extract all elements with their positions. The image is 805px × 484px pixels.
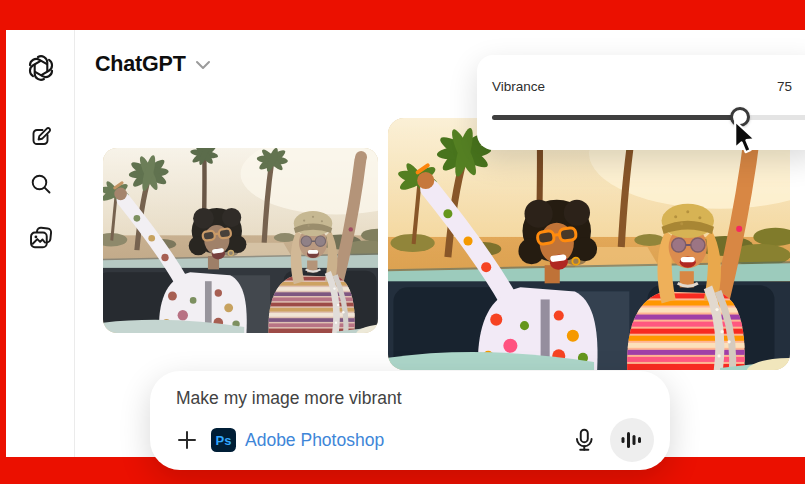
composer-toolbar: Ps Adobe Photoshop: [176, 418, 654, 462]
photoshop-icon: Ps: [211, 428, 236, 452]
image-after[interactable]: [388, 118, 790, 370]
photoshop-tool-chip[interactable]: Ps Adobe Photoshop: [211, 428, 384, 452]
photoshop-tool-label: Adobe Photoshop: [245, 430, 384, 451]
composer-input[interactable]: Make my image more vibrant: [176, 388, 654, 409]
composer-card: Make my image more vibrant Ps Adobe Phot…: [150, 371, 670, 470]
sidebar-item-library[interactable]: [26, 223, 56, 253]
new-chat-icon: [29, 125, 53, 149]
sidebar-item-new-chat[interactable]: [26, 122, 56, 152]
red-border-left: [0, 30, 6, 457]
model-switcher[interactable]: ChatGPT: [95, 52, 211, 77]
sidebar-item-search[interactable]: [26, 169, 56, 199]
vibrance-value: 75: [777, 79, 792, 94]
sidebar: [6, 30, 75, 457]
vibrance-slider-knob[interactable]: [730, 107, 750, 127]
openai-logo: [27, 54, 55, 82]
vibrance-slider[interactable]: [492, 111, 805, 123]
dictate-button[interactable]: [571, 427, 597, 453]
plus-icon: [176, 429, 198, 451]
vibrance-slider-fill: [492, 115, 740, 120]
attach-button[interactable]: [176, 429, 198, 451]
library-icon: [28, 225, 54, 251]
search-icon: [29, 172, 53, 196]
microphone-icon: [571, 427, 597, 453]
sidebar-item-home[interactable]: [26, 53, 56, 83]
voice-mode-button[interactable]: [610, 418, 654, 462]
image-before[interactable]: [103, 148, 378, 333]
vibrance-panel: Vibrance 75: [477, 55, 805, 150]
voice-waveform-icon: [621, 430, 643, 450]
red-border-top: [0, 0, 805, 30]
chevron-down-icon: [195, 60, 211, 70]
vibrance-label: Vibrance: [492, 79, 545, 94]
page-title: ChatGPT: [95, 52, 186, 77]
app-window: ChatGPT Vibrance 75 Make my image more v…: [0, 0, 805, 484]
